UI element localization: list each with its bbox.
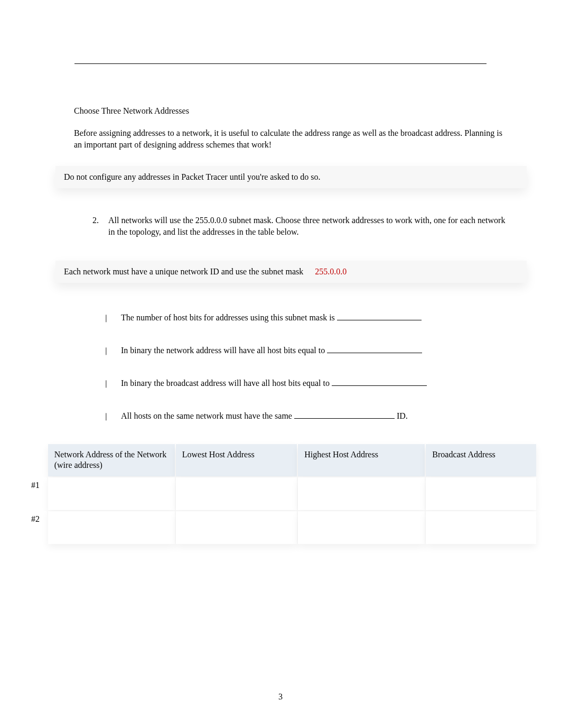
page-number: 3	[0, 692, 561, 702]
blank-field[interactable]	[332, 377, 427, 386]
bullet-list: ❙ The number of host bits for addresses …	[103, 312, 511, 421]
address-table: Network Address of the Network (wire add…	[24, 443, 537, 546]
bullet-icon: ❙	[103, 314, 109, 322]
bullet-1-label: The number of host bits for addresses us…	[121, 313, 337, 322]
bullet-3-text: In binary the broadcast address will hav…	[121, 377, 427, 388]
bullet-item-3: ❙ In binary the broadcast address will h…	[103, 377, 511, 388]
blank-field[interactable]	[327, 345, 422, 353]
cell-high-2[interactable]	[298, 511, 425, 544]
note-box-2: Each network must have a unique network …	[55, 261, 527, 283]
bullet-4-text: All hosts on the same network must have …	[121, 410, 408, 421]
bullet-2-text: In binary the network address will have …	[121, 345, 422, 355]
item-number: 2.	[92, 215, 99, 238]
list-item-2: 2. All networks will use the 255.0.0.0 s…	[92, 215, 511, 238]
row-label-2: #2	[25, 511, 47, 544]
table-corner	[25, 444, 47, 477]
row-label-1: #1	[25, 477, 47, 510]
bullet-item-4: ❙ All hosts on the same network must hav…	[103, 410, 511, 421]
bullet-4-prefix: All hosts on the same network must have …	[121, 411, 294, 420]
note-2-prefix: Each network must have a unique network …	[64, 267, 303, 276]
bullet-icon: ❙	[103, 346, 109, 355]
section-title: Choose Three Network Addresses	[74, 106, 537, 116]
cell-net-1[interactable]	[48, 477, 175, 510]
cell-low-1[interactable]	[176, 477, 297, 510]
note-1-text: Do not configure any addresses in Packet…	[64, 172, 320, 181]
bullet-3-label: In binary the broadcast address will hav…	[121, 379, 332, 388]
item-2-text: All networks will use the 255.0.0.0 subn…	[108, 215, 511, 238]
subnet-mask-value: 255.0.0.0	[315, 267, 347, 276]
bullet-icon: ❙	[103, 412, 109, 420]
intro-paragraph: Before assigning addresses to a network,…	[74, 127, 511, 151]
col-header-lowest: Lowest Host Address	[176, 444, 297, 477]
table-row: #2	[25, 511, 536, 544]
col-header-broadcast: Broadcast Address	[426, 444, 536, 477]
col-header-highest: Highest Host Address	[298, 444, 425, 477]
note-box-1: Do not configure any addresses in Packet…	[55, 166, 527, 188]
cell-high-1[interactable]	[298, 477, 425, 510]
bullet-icon: ❙	[103, 379, 109, 388]
bullet-4-suffix: ID.	[395, 411, 408, 420]
cell-bcast-1[interactable]	[426, 477, 536, 510]
cell-net-2[interactable]	[48, 511, 175, 544]
blank-field[interactable]	[337, 312, 422, 320]
bullet-item-2: ❙ In binary the network address will hav…	[103, 345, 511, 355]
table-row: #1	[25, 477, 536, 510]
horizontal-rule	[74, 63, 487, 64]
blank-field[interactable]	[294, 410, 395, 419]
cell-low-2[interactable]	[176, 511, 297, 544]
bullet-1-text: The number of host bits for addresses us…	[121, 312, 422, 322]
bullet-item-1: ❙ The number of host bits for addresses …	[103, 312, 511, 322]
bullet-2-label: In binary the network address will have …	[121, 346, 327, 355]
cell-bcast-2[interactable]	[426, 511, 536, 544]
col-header-network: Network Address of the Network (wire add…	[48, 444, 175, 477]
